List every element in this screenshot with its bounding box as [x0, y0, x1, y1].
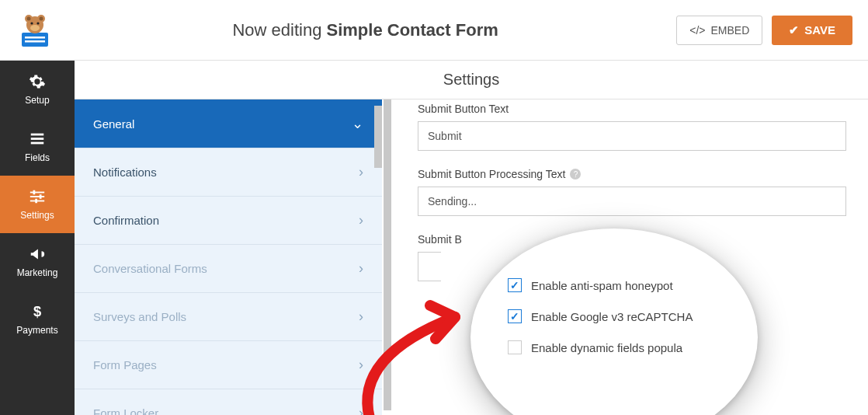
main: Setup Fields Settings Marketing $ Paymen…: [0, 61, 868, 415]
sidebar-label: Fields: [25, 152, 50, 163]
field-submit-processing: Submit Button Processing Text ?: [418, 168, 846, 216]
panel-title: Settings: [75, 61, 868, 99]
option-honeypot[interactable]: ✓ Enable anti-spam honeypot: [508, 278, 728, 292]
option-label: Enable dynamic fields popula: [531, 341, 682, 354]
sliders-icon: [29, 188, 46, 205]
svg-text:$: $: [33, 303, 41, 319]
svg-point-6: [27, 16, 31, 20]
checkmark-icon: ✓: [510, 279, 519, 291]
checkbox[interactable]: ✓: [508, 278, 522, 292]
submit-processing-input[interactable]: [418, 187, 846, 216]
submit-partial-input[interactable]: [418, 252, 441, 281]
settings-menu-notifications[interactable]: Notifications ›: [75, 148, 382, 197]
svg-rect-11: [31, 134, 44, 136]
svg-rect-2: [25, 40, 45, 43]
settings-menu-form-locker[interactable]: Form Locker ›: [75, 389, 382, 415]
field-label: Submit Button Processing Text ?: [418, 168, 846, 180]
gear-icon: [29, 73, 46, 90]
settings-menu-general[interactable]: General ⌄: [75, 99, 382, 148]
settings-menu: General ⌄ Notifications › Confirmation ›…: [75, 99, 382, 415]
settings-menu-conversational[interactable]: Conversational Forms ›: [75, 245, 382, 293]
svg-point-10: [36, 22, 39, 24]
svg-rect-12: [31, 138, 44, 140]
topbar: Now editing Simple Contact Form </> EMBE…: [0, 0, 868, 61]
check-icon: ✔: [789, 23, 799, 37]
settings-menu-surveys[interactable]: Surveys and Polls ›: [75, 293, 382, 341]
help-icon[interactable]: ?: [570, 169, 581, 180]
option-dynamic-fields[interactable]: Enable dynamic fields popula: [508, 340, 728, 354]
field-submit-button-text: Submit Button Text: [418, 103, 846, 151]
option-recaptcha[interactable]: ✓ Enable Google v3 reCAPTCHA: [508, 309, 728, 323]
svg-rect-1: [25, 37, 45, 39]
sidebar-item-payments[interactable]: $ Payments: [0, 291, 75, 348]
checkbox[interactable]: [508, 340, 522, 354]
svg-rect-19: [35, 199, 37, 204]
svg-rect-0: [22, 33, 48, 47]
svg-rect-18: [40, 194, 42, 199]
save-button[interactable]: ✔ SAVE: [772, 16, 852, 45]
list-icon: [29, 131, 46, 148]
sidebar-item-marketing[interactable]: Marketing: [0, 233, 75, 291]
chevron-right-icon: ›: [359, 164, 363, 180]
bullhorn-icon: [29, 246, 46, 263]
settings-menu-form-pages[interactable]: Form Pages ›: [75, 341, 382, 389]
sidebar-label: Settings: [20, 210, 54, 221]
sidebar-item-setup[interactable]: Setup: [0, 61, 75, 118]
svg-point-8: [30, 25, 40, 31]
code-icon: </>: [689, 24, 705, 37]
chevron-right-icon: ›: [359, 405, 363, 415]
scrollbar[interactable]: [374, 106, 382, 168]
embed-button[interactable]: </> EMBED: [676, 16, 762, 45]
panel: Settings General ⌄ Notifications › Confi…: [75, 61, 868, 415]
sidebar-item-fields[interactable]: Fields: [0, 118, 75, 176]
submit-button-text-input[interactable]: [418, 121, 846, 151]
sidebar-label: Marketing: [17, 267, 58, 278]
svg-rect-14: [30, 192, 44, 194]
sidebar-label: Setup: [25, 95, 49, 106]
field-label: Submit Button Text: [418, 103, 846, 115]
scrollbar[interactable]: [384, 99, 391, 410]
svg-rect-17: [33, 190, 36, 195]
dollar-icon: $: [29, 303, 46, 320]
chevron-down-icon: ⌄: [352, 115, 363, 132]
settings-menu-confirmation[interactable]: Confirmation ›: [75, 197, 382, 245]
logo: [16, 11, 54, 50]
chevron-right-icon: ›: [359, 212, 363, 228]
chevron-right-icon: ›: [359, 309, 363, 325]
svg-point-9: [30, 22, 33, 24]
sidebar-label: Payments: [16, 325, 57, 336]
sidebar-item-settings[interactable]: Settings: [0, 176, 75, 233]
option-label: Enable Google v3 reCAPTCHA: [531, 310, 693, 323]
svg-point-7: [40, 16, 43, 20]
checkmark-icon: ✓: [510, 310, 519, 323]
chevron-right-icon: ›: [359, 357, 363, 373]
sidebar: Setup Fields Settings Marketing $ Paymen…: [0, 61, 75, 415]
svg-rect-13: [31, 142, 44, 145]
page-title: Now editing Simple Contact Form: [54, 20, 676, 40]
checkbox[interactable]: ✓: [508, 309, 522, 323]
option-label: Enable anti-spam honeypot: [531, 279, 673, 292]
svg-rect-15: [30, 196, 44, 197]
chevron-right-icon: ›: [359, 260, 363, 277]
